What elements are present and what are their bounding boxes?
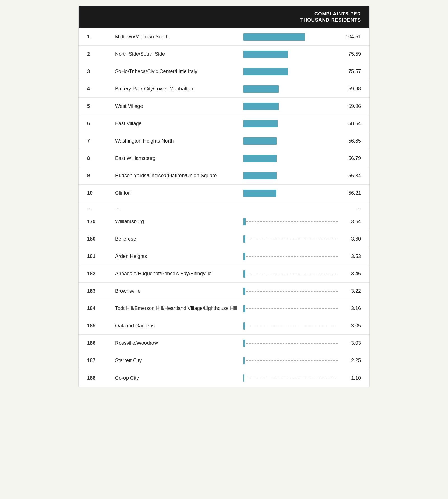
bar [243,85,279,93]
neighborhood-name: Washington Heights North [112,138,243,144]
bar [243,190,276,197]
table-row: 4Battery Park City/Lower Manhattan59.98 [79,80,369,98]
dashed-line [243,360,338,361]
neighborhood-name: Todt Hill/Emerson Hill/Heartland Village… [112,306,243,311]
bar [243,33,305,41]
neighborhood-name: Hudson Yards/Chelsea/Flatiron/Union Squa… [112,173,243,179]
rank-cell: 186 [87,340,112,346]
dashed-line [243,221,338,222]
bar-value-cell: 104.51 [243,33,361,41]
neighborhood-name: Co-op City [112,375,243,381]
rank-cell: 7 [87,138,112,144]
bar [243,137,277,145]
bar-value: 3.60 [342,236,361,242]
dashed-line [243,308,338,309]
neighborhood-name: Williamsburg [112,219,243,225]
neighborhood-name: East Village [112,121,243,127]
rank-cell: ... [87,204,112,211]
bar-small [243,218,246,225]
neighborhood-name: West Village [112,103,243,109]
table-body: 1Midtown/Midtown South104.512North Side/… [79,28,369,387]
bar-small [243,322,245,330]
rank-cell: 185 [87,323,112,329]
dashed-line [243,291,338,292]
bar-small [243,270,245,278]
table-row: 183Brownsville3.22 [79,283,369,300]
bar-wrapper [243,102,338,111]
table-row: 10Clinton56.21 [79,185,369,202]
table-row: 1Midtown/Midtown South104.51 [79,28,369,46]
bar-value-cell: 56.79 [243,154,361,163]
bar-wrapper [243,33,338,41]
neighborhood-name: Arden Heights [112,253,243,259]
bar-value: 2.25 [342,358,361,363]
table-row: ......... [79,202,369,213]
table-row: 182Annadale/Huguenot/Prince's Bay/Elting… [79,265,369,283]
bar-value: 56.21 [342,190,361,196]
neighborhood-name: Battery Park City/Lower Manhattan [112,86,243,92]
bar-wrapper [243,252,338,261]
dashed-line [243,256,338,257]
neighborhood-name: Starrett City [112,358,243,363]
bar-wrapper [243,85,338,93]
bar-wrapper [243,322,338,330]
bar-wrapper [243,120,338,128]
rank-cell: 2 [87,51,112,57]
bar-wrapper [243,339,338,348]
bar-wrapper [243,218,338,226]
table-row: 8East Williamsburg56.79 [79,150,369,167]
bar-value: 3.03 [342,340,361,346]
rank-cell: 182 [87,271,112,277]
bar-wrapper [243,189,338,197]
bar-small [243,357,245,364]
bar-value-cell: 3.64 [243,218,361,226]
rank-cell: 184 [87,306,112,311]
rank-cell: 183 [87,288,112,294]
table-row: 7Washington Heights North56.85 [79,132,369,150]
bar-value: 3.64 [342,219,361,225]
bar [243,103,279,110]
bar-value: 59.98 [342,86,361,92]
table-row: 9Hudson Yards/Chelsea/Flatiron/Union Squ… [79,167,369,185]
rank-cell: 188 [87,375,112,381]
bar-wrapper [243,287,338,295]
rank-cell: 180 [87,236,112,242]
bar-value-cell: 56.21 [243,189,361,197]
dashed-line [243,326,338,326]
bar-value-cell: ... [243,204,361,211]
table-row: 179Williamsburg3.64 [79,213,369,230]
table-row: 181Arden Heights3.53 [79,248,369,265]
rank-cell: 4 [87,86,112,92]
bar-value-cell: 59.98 [243,85,361,93]
rank-cell: 179 [87,219,112,225]
dashed-line [243,274,338,274]
bar-small [243,340,245,347]
bar-value: 3.22 [342,288,361,294]
bar-small [243,253,245,260]
bar-value: 58.64 [342,121,361,127]
bar [243,172,277,179]
bar [243,51,288,58]
bar-value-cell: 3.05 [243,322,361,330]
bar-small [243,288,245,295]
bar-value-cell: 59.96 [243,102,361,111]
rank-cell: 187 [87,358,112,363]
rank-cell: 1 [87,34,112,40]
table-row: 186Rossville/Woodrow3.03 [79,335,369,352]
rank-cell: 6 [87,121,112,127]
bar-value-cell: 56.85 [243,137,361,145]
bar-wrapper [243,270,338,278]
table-row: 188Co-op City1.10 [79,369,369,387]
table-row: 2North Side/South Side75.59 [79,46,369,63]
neighborhood-name: Rossville/Woodrow [112,340,243,346]
bar-value: 3.05 [342,323,361,329]
bar-value: 75.59 [342,51,361,57]
bar-wrapper [243,50,338,59]
bar-value: 59.96 [342,103,361,109]
bar-wrapper [243,304,338,313]
bar-small [243,374,244,382]
bar-wrapper [243,356,338,365]
neighborhood-name: Bellerose [112,236,243,242]
bar-value-cell: 2.25 [243,356,361,365]
bar-wrapper [243,137,338,145]
